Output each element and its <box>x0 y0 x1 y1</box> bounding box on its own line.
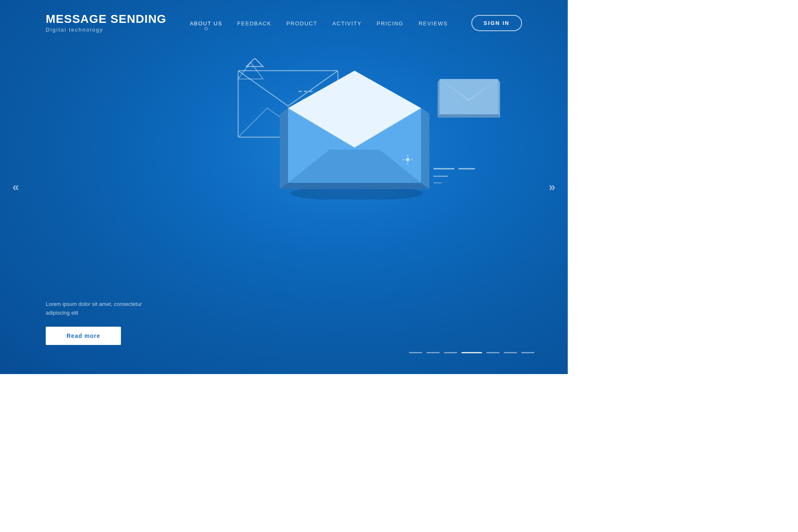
sign-in-button[interactable]: SIGN IN <box>471 15 522 31</box>
dash-4 <box>486 352 500 353</box>
svg-rect-26 <box>405 157 410 162</box>
nav-link-about-us[interactable]: ABOUT US <box>190 20 222 27</box>
nav-link-activity[interactable]: ACTIVITY <box>332 20 362 27</box>
svg-marker-25 <box>498 79 500 118</box>
dash-1 <box>409 352 422 353</box>
envelope-main-icon <box>276 66 433 200</box>
hero-body-text: Lorem ipsum dolor sit amet, consectetur … <box>46 300 162 318</box>
svg-point-29 <box>407 163 409 165</box>
decorative-diamond <box>403 155 413 166</box>
svg-marker-10 <box>280 183 429 189</box>
nav-item-pricing[interactable]: PRICING <box>377 20 404 27</box>
dashed-progress-line <box>409 352 534 353</box>
read-more-button[interactable]: Read more <box>46 327 121 345</box>
prev-button[interactable]: « <box>12 180 19 194</box>
hero-section: MESSAGE SENDING Digital technology ABOUT… <box>0 0 568 374</box>
svg-point-27 <box>407 155 409 156</box>
navbar: MESSAGE SENDING Digital technology ABOUT… <box>0 0 568 33</box>
dash-5 <box>504 352 517 353</box>
decorative-lines <box>433 165 483 191</box>
nav-item-activity[interactable]: ACTIVITY <box>332 20 362 27</box>
svg-point-28 <box>411 159 413 160</box>
nav-link-reviews[interactable]: REVIEWS <box>419 20 448 27</box>
envelope-illustration <box>226 25 517 295</box>
envelope-small-icon <box>438 66 500 121</box>
logo-title: MESSAGE SENDING <box>46 13 166 25</box>
nav-item-product[interactable]: PRODUCT <box>286 20 318 27</box>
logo: MESSAGE SENDING Digital technology <box>46 13 166 33</box>
svg-point-30 <box>403 159 404 160</box>
logo-subtitle: Digital technology <box>46 27 166 33</box>
nav-link-product[interactable]: PRODUCT <box>286 20 318 27</box>
dash-active <box>461 352 482 353</box>
nav-link-feedback[interactable]: FEEDBACK <box>237 20 271 27</box>
svg-marker-23 <box>438 114 500 118</box>
nav-link-pricing[interactable]: PRICING <box>377 20 404 27</box>
dash-6 <box>521 352 534 353</box>
next-button[interactable]: » <box>549 180 555 194</box>
dash-2 <box>426 352 440 353</box>
svg-marker-20 <box>421 108 429 189</box>
svg-marker-22 <box>438 79 440 118</box>
dash-3 <box>444 352 457 353</box>
svg-marker-9 <box>280 108 288 189</box>
svg-marker-21 <box>440 79 498 114</box>
nav-item-reviews[interactable]: REVIEWS <box>419 20 448 27</box>
nav-item-about-us[interactable]: ABOUT US <box>190 20 222 27</box>
nav-item-feedback[interactable]: FEEDBACK <box>237 20 271 27</box>
hero-cta: Lorem ipsum dolor sit amet, consectetur … <box>46 300 162 345</box>
nav-links: ABOUT US FEEDBACK PRODUCT ACTIVITY PRICI… <box>190 20 448 27</box>
svg-marker-4 <box>246 58 263 66</box>
